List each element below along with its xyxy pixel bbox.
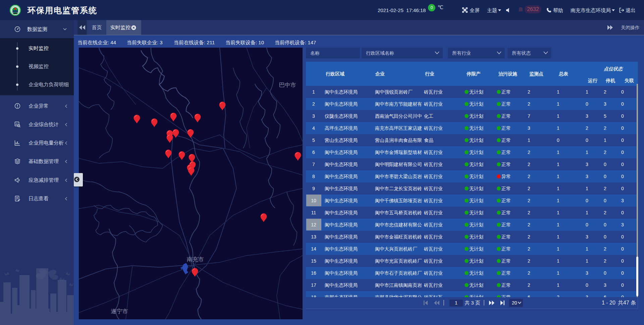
svg-text:巴中市: 巴中市 (279, 82, 296, 88)
svg-text:南充市: 南充市 (187, 256, 204, 263)
svg-text:遂宁市: 遂宁市 (111, 308, 128, 315)
